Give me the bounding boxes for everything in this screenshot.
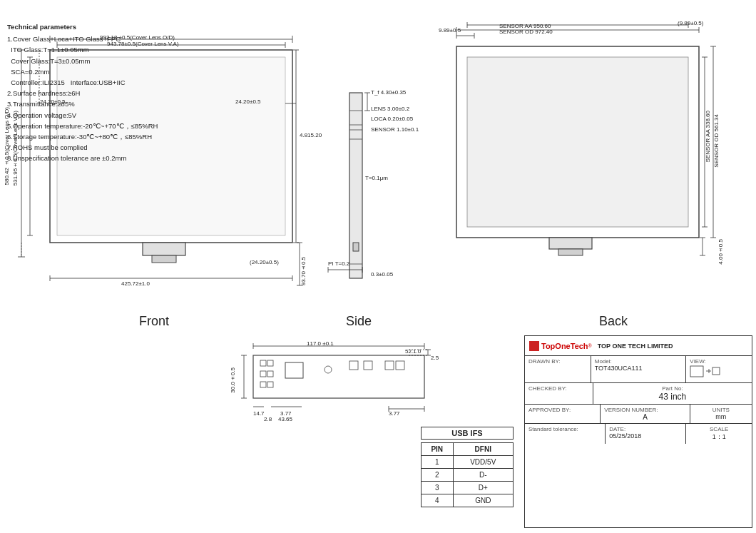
units-cell: UNITS mm bbox=[690, 405, 752, 423]
usb-ifs-container: USB IFS PIN DFNI 1 VDD/5V 2 D- 3 bbox=[421, 427, 514, 507]
drawn-by-label: DRAWN BY: bbox=[528, 358, 587, 365]
view-label: VIEW: bbox=[690, 358, 748, 365]
date-value: 05/25/2018 bbox=[609, 432, 682, 440]
dim-sensor-aa: SENSOR AA 950.60 bbox=[499, 23, 551, 29]
pin-2: 2 bbox=[422, 469, 454, 482]
svg-rect-66 bbox=[267, 360, 273, 366]
date-cell: DATE: 05/25/2018 bbox=[606, 424, 686, 444]
table-row: 2 D- bbox=[422, 469, 514, 482]
col-pin: PIN bbox=[422, 443, 454, 456]
technical-parameters: Technical parameters 1.Cover Glass+Loca+… bbox=[7, 21, 193, 163]
dim-bottom-right: 93.70±0.5 bbox=[300, 257, 307, 285]
svg-rect-67 bbox=[260, 371, 266, 377]
table-row: 4 GND bbox=[422, 494, 514, 507]
company-name: TOP ONE TECH LIMITED bbox=[598, 342, 673, 350]
tech-param-1: 1.Cover Glass+Loca+ITO Glass+FPC bbox=[7, 34, 193, 44]
tech-param-1b: Cover Glass:T=3±0.05mm bbox=[7, 56, 193, 66]
view-cell: VIEW: bbox=[686, 356, 752, 382]
logo-name: TopOneTech bbox=[541, 342, 588, 350]
version-cell: VERSION NUMBER: A bbox=[601, 405, 690, 423]
units-label: UNITS bbox=[694, 407, 748, 413]
svg-rect-43 bbox=[467, 57, 688, 227]
usb-ifs-table: PIN DFNI 1 VDD/5V 2 D- 3 D+ 4 bbox=[421, 442, 514, 507]
checked-by-cell: CHECKED BY: bbox=[525, 383, 593, 404]
dim-right-offset: 24.20±0.5 bbox=[235, 98, 261, 105]
dim-back-bottom: 4.00±0.5 bbox=[717, 239, 724, 265]
front-label: Front bbox=[139, 314, 169, 329]
approved-by-cell: APPROVED BY: bbox=[525, 405, 601, 423]
svg-rect-29 bbox=[349, 93, 362, 278]
dim-sensor-od: SENSOR OD 972.40 bbox=[499, 29, 553, 35]
model-label: Model: bbox=[595, 358, 683, 365]
dim-back-top-offset: 9.89±0.5 bbox=[439, 27, 461, 34]
model-cell: Model: TOT430UCA111 bbox=[591, 356, 687, 382]
dfni-1: VDD/5V bbox=[453, 456, 513, 469]
dim-pi: PI T=0.2 bbox=[328, 260, 349, 267]
dim-bot-1: 14.7 bbox=[253, 410, 265, 417]
svg-rect-35 bbox=[353, 243, 359, 251]
std-tolerance-cell: Standard tolerance: bbox=[525, 424, 606, 444]
logo-registered: ® bbox=[588, 343, 592, 348]
pin-1: 1 bbox=[422, 456, 454, 469]
side-label: Side bbox=[346, 314, 372, 329]
svg-rect-71 bbox=[285, 362, 303, 378]
scale-cell: SCALE 1：1 bbox=[686, 424, 752, 444]
dim-loca: LOCA 0.20±0.05 bbox=[371, 116, 413, 122]
drawn-by-value bbox=[528, 365, 587, 372]
tech-params-title: Technical parameters bbox=[7, 21, 193, 32]
tech-param-1a: ITO Glass:T=1.1±0.05mm bbox=[7, 44, 193, 55]
usb-ifs-title: USB IFS bbox=[421, 427, 514, 440]
dim-t-mid: T=0.1μm bbox=[365, 175, 388, 181]
model-value: TOT430UCA111 bbox=[595, 365, 683, 372]
table-row: 1 VDD/5V bbox=[422, 456, 514, 469]
dim-bot-4: 43.65 bbox=[278, 416, 292, 422]
approved-by-value bbox=[528, 413, 596, 420]
dim-back-top-right: (9.89±0.5) bbox=[678, 20, 703, 26]
dfni-4: GND bbox=[453, 494, 513, 507]
dim-sensor: SENSOR 1.10±0.1 bbox=[371, 126, 419, 133]
svg-rect-69 bbox=[260, 382, 266, 387]
date-label: DATE: bbox=[609, 426, 682, 432]
svg-rect-75 bbox=[385, 361, 394, 370]
std-tolerance-label: Standard tolerance: bbox=[528, 426, 601, 432]
svg-rect-64 bbox=[253, 355, 424, 398]
table-row: 3 D+ bbox=[422, 482, 514, 494]
svg-rect-65 bbox=[260, 360, 266, 366]
tech-param-4: 4.Operation voltage:5V bbox=[7, 110, 193, 121]
checked-by-value bbox=[528, 392, 589, 399]
dim-bot-2: 2.8 bbox=[264, 416, 272, 422]
checked-by-label: CHECKED BY: bbox=[528, 385, 589, 392]
drawn-by-cell: DRAWN BY: bbox=[525, 356, 591, 382]
svg-rect-42 bbox=[456, 46, 699, 238]
dim-sensor-od-right: SENSOR OD 561.34 bbox=[713, 114, 720, 168]
dim-bot-6: 52.1.0 bbox=[405, 348, 421, 355]
svg-rect-73 bbox=[349, 361, 358, 370]
tech-param-2: 2.Surface hardness:≥6H bbox=[7, 88, 193, 98]
dim-sensor-aa-right: SENSOR AA 338.60 bbox=[705, 111, 711, 163]
svg-rect-76 bbox=[396, 361, 404, 370]
dim-bot-height: 30.0±0.5 bbox=[230, 367, 236, 393]
dim-bottom-width: 425.72±1.0 bbox=[121, 280, 150, 287]
title-block-header: TopOneTech ® TOP ONE TECH LIMITED bbox=[525, 336, 752, 356]
scale-label: SCALE bbox=[690, 426, 748, 432]
units-value: mm bbox=[694, 413, 748, 420]
tech-param-3: 3.Transmittance:≥85% bbox=[7, 98, 193, 109]
dfni-2: D- bbox=[453, 469, 513, 482]
tech-param-6: 6.Storage temperature:-30℃~+80℃，≤85%RH bbox=[7, 131, 193, 142]
svg-rect-68 bbox=[267, 371, 273, 377]
page: 992.18 ±0.5(Cover Lens O/D) 943.78±0.5(C… bbox=[0, 0, 756, 533]
std-tolerance-value bbox=[528, 432, 601, 440]
part-no-cell: Part No: 43 inch bbox=[593, 383, 752, 404]
part-no-label: Part No: bbox=[597, 385, 748, 392]
dim-tf: T_f 4.30±0.35 bbox=[371, 89, 406, 96]
dim-bot-5: 3.77 bbox=[389, 410, 400, 417]
tech-param-7: 7.ROHS must be complied bbox=[7, 142, 193, 153]
tech-param-8: 8.Unspecification tolerance are ±0.2mm bbox=[7, 153, 193, 163]
pin-3: 3 bbox=[422, 482, 454, 494]
part-no-value: 43 inch bbox=[597, 392, 748, 402]
approved-by-label: APPROVED BY: bbox=[528, 407, 596, 413]
dim-bottom-offset: (24.20±0.5) bbox=[250, 259, 279, 265]
svg-rect-96 bbox=[712, 367, 720, 375]
view-icon bbox=[690, 365, 722, 379]
svg-rect-74 bbox=[364, 361, 372, 370]
